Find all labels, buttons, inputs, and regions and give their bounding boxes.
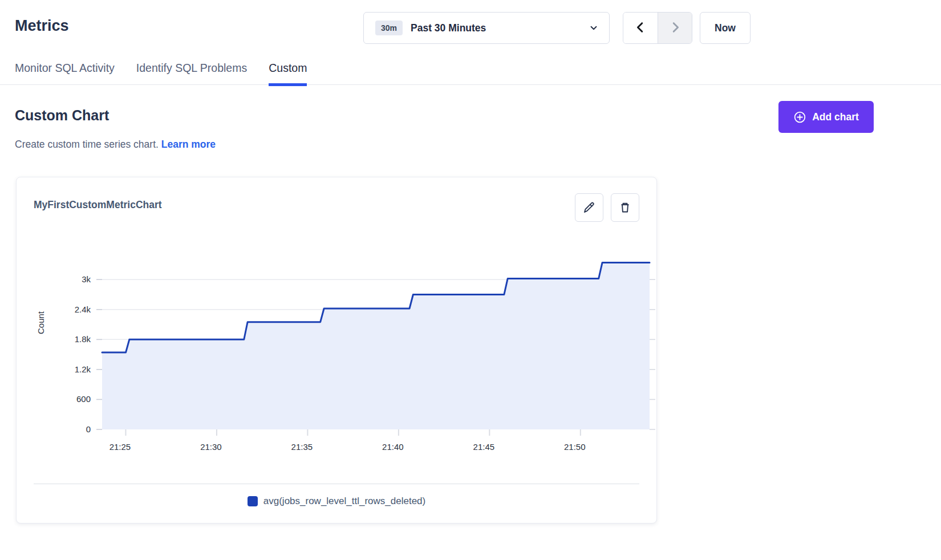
x-tick-label: 21:35 bbox=[279, 442, 325, 452]
add-chart-button[interactable]: Add chart bbox=[778, 101, 874, 133]
y-axis-title: Count bbox=[36, 311, 46, 334]
x-tick-label: 21:50 bbox=[552, 442, 598, 452]
previous-time-button[interactable] bbox=[623, 13, 658, 43]
x-tick-label: 21:45 bbox=[461, 442, 506, 452]
time-range-selector[interactable]: 30m Past 30 Minutes bbox=[363, 12, 610, 44]
chart-title: MyFirstCustomMetricChart bbox=[34, 199, 162, 211]
section-heading: Custom Chart bbox=[15, 107, 109, 124]
y-tick-label: 600 bbox=[17, 394, 91, 404]
y-tick-label: 2.4k bbox=[17, 305, 91, 315]
now-button[interactable]: Now bbox=[700, 12, 751, 44]
y-tick-label: 1.8k bbox=[17, 334, 91, 344]
y-tick-label: 0 bbox=[17, 424, 91, 435]
x-tick-label: 21:25 bbox=[97, 442, 143, 452]
learn-more-link[interactable]: Learn more bbox=[161, 139, 216, 150]
tab-monitor-sql-activity[interactable]: Monitor SQL Activity bbox=[15, 62, 115, 86]
delete-chart-button[interactable] bbox=[611, 193, 639, 222]
time-pagination bbox=[623, 12, 692, 44]
edit-chart-button[interactable] bbox=[575, 193, 603, 222]
legend: avg(jobs_row_level_ttl_rows_deleted) bbox=[17, 496, 656, 507]
chevron-down-icon bbox=[589, 23, 599, 33]
legend-label: avg(jobs_row_level_ttl_rows_deleted) bbox=[263, 496, 425, 507]
chevron-left-icon bbox=[634, 21, 647, 35]
pencil-icon bbox=[582, 201, 596, 214]
tab-custom[interactable]: Custom bbox=[269, 62, 307, 86]
trash-icon bbox=[618, 201, 632, 214]
x-tick-label: 21:30 bbox=[188, 442, 234, 452]
x-tick-label: 21:40 bbox=[370, 442, 416, 452]
metrics-page: Metrics 30m Past 30 Minutes Now Monitor … bbox=[0, 0, 941, 560]
tab-bar: Monitor SQL Activity Identify SQL Proble… bbox=[0, 56, 941, 85]
custom-chart-card: MyFirstCustomMetricChart Count 06001.2k1… bbox=[16, 177, 657, 524]
page-title: Metrics bbox=[15, 17, 69, 35]
legend-swatch bbox=[248, 496, 258, 506]
time-range-label: Past 30 Minutes bbox=[411, 22, 486, 34]
time-series-plot bbox=[96, 240, 655, 437]
section-description: Create custom time series chart. Learn m… bbox=[15, 139, 216, 151]
time-range-badge: 30m bbox=[375, 21, 403, 35]
y-tick-label: 1.2k bbox=[17, 364, 91, 375]
chevron-right-icon bbox=[669, 21, 682, 35]
tab-identify-sql-problems[interactable]: Identify SQL Problems bbox=[136, 62, 247, 86]
y-tick-label: 3k bbox=[17, 274, 91, 285]
next-time-button[interactable] bbox=[658, 13, 692, 43]
legend-divider bbox=[34, 484, 639, 484]
plus-circle-icon bbox=[793, 111, 806, 124]
